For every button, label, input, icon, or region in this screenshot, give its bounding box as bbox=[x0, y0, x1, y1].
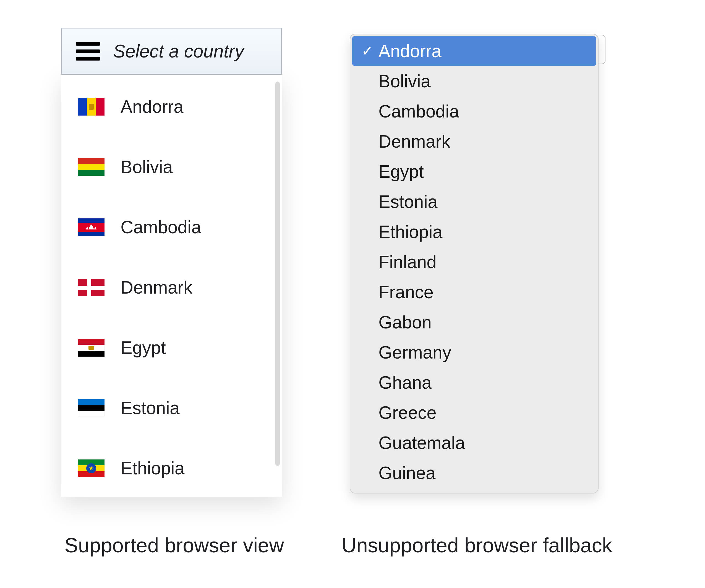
check-icon: ✓ bbox=[361, 43, 374, 58]
native-option-label: Denmark bbox=[378, 131, 451, 152]
country-option[interactable]: Ethiopia bbox=[61, 438, 282, 497]
native-option-label: Andorra bbox=[378, 41, 441, 61]
native-option-label: Estonia bbox=[378, 192, 437, 212]
native-option[interactable]: Denmark bbox=[352, 126, 596, 156]
country-option-label: Ethiopia bbox=[121, 458, 184, 479]
custom-select-panel: Select a country AndorraBoliviaCambodiaD… bbox=[61, 28, 282, 497]
native-option[interactable]: ✓Andorra bbox=[352, 36, 596, 66]
native-option-label: Ghana bbox=[378, 373, 432, 393]
country-option[interactable]: Egypt bbox=[61, 317, 282, 378]
native-option-label: Germany bbox=[378, 342, 451, 363]
native-option[interactable]: Germany bbox=[352, 337, 596, 368]
native-option[interactable]: Gabon bbox=[352, 307, 596, 337]
native-option[interactable]: Ethiopia bbox=[352, 217, 596, 247]
native-option[interactable]: Estonia bbox=[352, 187, 596, 217]
flag-bolivia-icon bbox=[78, 158, 104, 176]
native-option-label: Greece bbox=[378, 402, 436, 423]
country-option-label: Andorra bbox=[121, 96, 184, 117]
native-option-label: Ethiopia bbox=[378, 222, 442, 242]
native-option-label: Gabon bbox=[378, 312, 432, 333]
native-option-label: Guinea bbox=[378, 463, 435, 483]
native-option-label: Guatemala bbox=[378, 433, 465, 453]
flag-estonia-icon bbox=[78, 399, 104, 417]
native-option-label: Egypt bbox=[378, 161, 424, 182]
country-option-label: Denmark bbox=[121, 277, 192, 298]
country-option[interactable]: Estonia bbox=[61, 378, 282, 438]
country-option-label: Bolivia bbox=[121, 157, 173, 177]
country-option-label: Egypt bbox=[121, 338, 166, 358]
flag-cambodia-icon bbox=[78, 218, 104, 236]
native-option[interactable]: Cambodia bbox=[352, 96, 596, 126]
country-option[interactable]: Cambodia bbox=[61, 197, 282, 257]
country-option[interactable]: Bolivia bbox=[61, 137, 282, 197]
native-select-popup[interactable]: ✓AndorraBoliviaCambodiaDenmarkEgyptEston… bbox=[350, 34, 599, 493]
native-option[interactable]: Guinea bbox=[352, 458, 596, 488]
native-option[interactable]: Greece bbox=[352, 397, 596, 428]
country-select-listbox[interactable]: AndorraBoliviaCambodiaDenmarkEgyptEstoni… bbox=[61, 74, 282, 497]
native-option-label: Bolivia bbox=[378, 71, 431, 92]
native-option[interactable]: Egypt bbox=[352, 156, 596, 187]
country-option-label: Estonia bbox=[121, 398, 179, 418]
caption-supported: Supported browser view bbox=[36, 534, 313, 557]
native-option[interactable]: France bbox=[352, 277, 596, 307]
flag-denmark-icon bbox=[78, 279, 104, 296]
native-option-label: Cambodia bbox=[378, 101, 459, 121]
country-option[interactable]: Denmark bbox=[61, 257, 282, 317]
country-select-button[interactable]: Select a country bbox=[61, 28, 282, 75]
native-option-label: France bbox=[378, 282, 433, 302]
native-option[interactable]: Guatemala bbox=[352, 428, 596, 458]
flag-egypt-icon bbox=[78, 339, 104, 357]
native-option-label: Finland bbox=[378, 252, 436, 272]
country-option[interactable]: Andorra bbox=[61, 77, 282, 137]
native-option[interactable]: Ghana bbox=[352, 368, 596, 397]
native-option[interactable]: Bolivia bbox=[352, 66, 596, 96]
flag-andorra-icon bbox=[78, 98, 104, 115]
country-select-placeholder: Select a country bbox=[113, 41, 244, 62]
hamburger-icon bbox=[76, 42, 100, 60]
caption-unsupported: Unsupported browser fallback bbox=[332, 534, 622, 557]
flag-ethiopia-icon bbox=[78, 459, 104, 477]
native-option[interactable]: Finland bbox=[352, 247, 596, 277]
listbox-scrollbar[interactable] bbox=[275, 82, 280, 466]
country-option-label: Cambodia bbox=[121, 217, 201, 238]
